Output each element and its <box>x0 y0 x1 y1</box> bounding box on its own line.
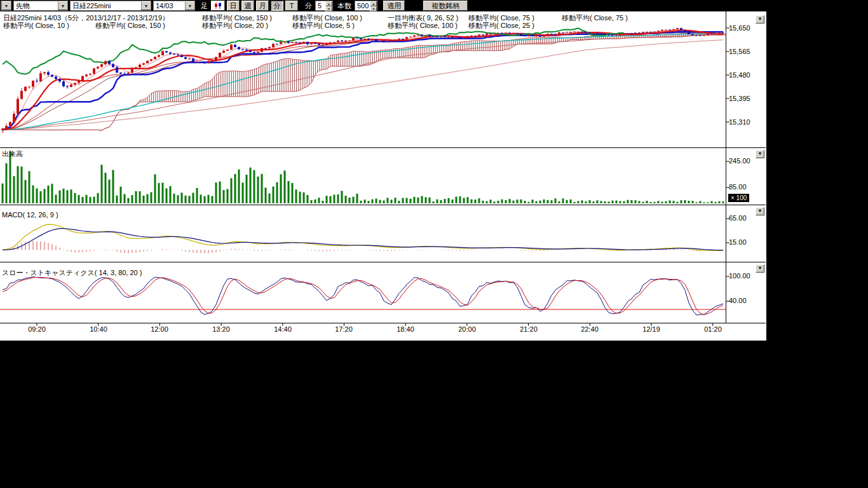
period-week-button[interactable]: 週 <box>241 1 254 11</box>
bar-type-label: 足 <box>201 1 208 11</box>
legend-ma100b: 移動平均( Close, 100 ) <box>388 21 458 30</box>
app-window: ▼ 先物 ▼ 日経225mini ▼ 14/03 ▼ 足 日 週 月 分 T 分 <box>0 0 868 488</box>
time-label-2: 10:40 <box>81 325 116 333</box>
chart-style-button[interactable] <box>211 1 225 11</box>
macd-pane-menu-button[interactable]: ▼ <box>756 207 764 215</box>
time-label-11: 12/19 <box>634 325 669 333</box>
chevron-down-icon: ▼ <box>185 1 194 10</box>
time-label-1: 09:20 <box>19 325 55 333</box>
time-label-6: 17:20 <box>326 325 362 333</box>
stoch-pane-label: スロー・ストキャスティクス( 14, 3, 80, 20 ) <box>2 268 142 278</box>
price-axis-label-2: 15,565 <box>729 48 750 55</box>
minute-label: 分 <box>305 1 312 11</box>
price-axis-label-3: 15,480 <box>729 71 750 79</box>
volume-multiplier-badge: × 100 <box>728 194 749 202</box>
chart-area: 日経225mini 14/03（5分，2013/12/17 - 2013/12/… <box>0 11 766 341</box>
period-month-button[interactable]: 月 <box>256 1 269 11</box>
price-pane-menu-button[interactable]: ▼ <box>756 15 764 24</box>
period-tick-button[interactable]: T <box>285 1 298 11</box>
contract-value: 14/03 <box>156 2 173 10</box>
bar-count-stepper[interactable]: 500 ▲ ▼ <box>355 1 377 11</box>
period-day-button[interactable]: 日 <box>227 1 240 11</box>
interval-stepper[interactable]: 5 ▲ ▼ <box>315 1 333 11</box>
time-label-12: 01:20 <box>695 325 731 333</box>
market-select[interactable]: 先物 ▼ <box>13 1 68 11</box>
time-label-5: 14:40 <box>265 325 301 333</box>
multi-symbol-button[interactable]: 複数銘柄 <box>423 1 468 11</box>
count-label: 本数 <box>337 1 351 11</box>
chevron-down-icon: ▼ <box>1 1 11 10</box>
time-label-4: 13:20 <box>203 325 239 333</box>
period-minute-button[interactable]: 分 <box>271 1 283 11</box>
system-dropdown[interactable]: ▼ <box>1 1 11 11</box>
time-label-7: 18:40 <box>388 325 423 333</box>
legend-ma20: 移動平均( Close, 20 ) <box>202 21 268 30</box>
macd-axis-label-1: 65.00 <box>729 214 747 222</box>
volume-pane-label: 出来高 <box>2 149 23 159</box>
volume-axis-label-2: 85.00 <box>729 183 747 191</box>
macd-axis-label-2: 15.00 <box>729 238 747 246</box>
stoch-axis-label-2: 40.00 <box>729 297 747 304</box>
market-value: 先物 <box>16 1 30 11</box>
spin-up-icon[interactable]: ▲ <box>370 1 377 6</box>
volume-axis-label-1: 245.00 <box>729 157 750 165</box>
time-label-3: 12:00 <box>142 325 177 333</box>
chevron-down-icon: ▼ <box>58 1 67 10</box>
spin-down-icon[interactable]: ▼ <box>325 6 332 11</box>
stoch-axis-label-1: 100.00 <box>729 272 750 280</box>
candlestick-icon <box>214 2 222 10</box>
chart-canvas[interactable] <box>0 11 766 341</box>
legend-ma10: 移動平均( Close, 10 ) <box>3 21 69 30</box>
symbol-select[interactable]: 日経225mini ▼ <box>70 1 151 11</box>
volume-pane-menu-button[interactable]: ▼ <box>756 150 764 158</box>
time-label-10: 22:40 <box>572 325 607 333</box>
contract-select[interactable]: 14/03 ▼ <box>153 1 195 11</box>
chevron-down-icon: ▼ <box>141 1 151 10</box>
price-axis-label-1: 15,650 <box>729 24 750 32</box>
price-axis-label-5: 15,310 <box>729 118 750 126</box>
apply-button[interactable]: 適用 <box>383 1 405 11</box>
time-label-9: 21:20 <box>511 325 546 333</box>
time-label-8: 20:00 <box>449 325 485 333</box>
legend-ma5: 移動平均( Close, 5 ) <box>292 21 355 30</box>
interval-value: 5 <box>316 1 325 10</box>
legend-ma150b: 移動平均( Close, 150 ) <box>95 21 165 30</box>
legend-ma25: 移動平均( Close, 25 ) <box>468 21 534 30</box>
price-axis-label-4: 15,395 <box>729 95 750 102</box>
legend-row-2: 移動平均( Close, 10 ) 移動平均( Close, 150 ) 移動平… <box>0 21 726 29</box>
macd-pane-label: MACD( 12, 26, 9 ) <box>2 211 58 219</box>
spin-down-icon[interactable]: ▼ <box>370 6 377 11</box>
bar-count-value: 500 <box>355 1 370 10</box>
symbol-value: 日経225mini <box>72 1 111 11</box>
stoch-pane-menu-button[interactable]: ▼ <box>756 264 764 273</box>
legend-row-1: 日経225mini 14/03（5分，2013/12/17 - 2013/12/… <box>0 13 726 21</box>
spin-up-icon[interactable]: ▲ <box>325 1 332 6</box>
main-toolbar: ▼ 先物 ▼ 日経225mini ▼ 14/03 ▼ 足 日 週 月 分 T 分 <box>0 0 766 11</box>
